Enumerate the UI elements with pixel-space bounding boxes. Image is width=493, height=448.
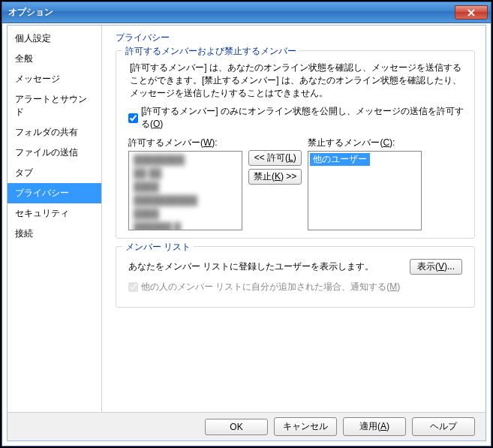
allow-list-column: 許可するメンバー(W): ██████████ ████████████████… [128, 137, 242, 230]
sidebar-item-label: メッセージ [15, 74, 60, 84]
page-title: プライバシー [116, 32, 475, 44]
titlebar[interactable]: オプション [2, 2, 491, 23]
sidebar-item-label: ファイルの送信 [15, 147, 78, 158]
sidebar-item-folder-share[interactable]: フォルダの共有 [8, 122, 101, 143]
dialog-body: 個人設定 全般 メッセージ アラートとサウンド フォルダの共有 ファイルの送信 … [8, 26, 485, 412]
member-description: あなたをメンバー リストに登録したユーザーを表示します。 [128, 260, 374, 273]
only-allow-checkbox[interactable] [128, 113, 138, 123]
only-allow-label: [許可するメンバー] のみにオンライン状態を公開し、メッセージの送信を許可する(… [141, 105, 467, 131]
allow-block-group: 許可するメンバーおよび禁止するメンバー [許可するメンバー] は、あなたのオンラ… [116, 50, 475, 239]
close-button[interactable] [455, 5, 488, 20]
sidebar-item-label: フォルダの共有 [15, 127, 78, 137]
allow-listbox[interactable]: ██████████ ██████████████████████████ █ [128, 151, 242, 230]
sidebar-item-label: セキュリティ [15, 208, 69, 218]
help-button[interactable]: ヘルプ [412, 417, 475, 436]
sidebar-item-label: プライバシー [15, 188, 69, 198]
cancel-button[interactable]: キャンセル [274, 417, 337, 436]
sidebar-item-file-send[interactable]: ファイルの送信 [8, 143, 101, 163]
sidebar-item-connection[interactable]: 接続 [8, 224, 101, 244]
allow-button[interactable]: << 許可(L) [248, 150, 302, 166]
block-list-item[interactable]: 他のユーザー [310, 153, 370, 166]
move-buttons: << 許可(L) 禁止(K) >> [248, 150, 302, 185]
sidebar-item-security[interactable]: セキュリティ [8, 203, 101, 224]
sidebar-item-privacy[interactable]: プライバシー [8, 183, 101, 203]
sidebar-item-general[interactable]: 全般 [8, 49, 101, 69]
block-list-label: 禁止するメンバー(C): [308, 137, 422, 149]
sidebar-item-label: アラートとサウンド [15, 94, 87, 117]
block-button[interactable]: 禁止(K) >> [248, 169, 302, 185]
sidebar-item-label: 接続 [15, 228, 33, 239]
apply-button[interactable]: 適用(A) [343, 417, 406, 436]
sidebar-item-label: タブ [15, 167, 33, 178]
group-description: [許可するメンバー] は、あなたのオンライン状態を確認し、メッセージを送信するこ… [130, 62, 467, 99]
member-show-row: あなたをメンバー リストに登録したユーザーを表示します。 表示(V)... [128, 259, 462, 275]
block-listbox[interactable]: 他のユーザー [308, 151, 422, 230]
dialog-footer: OK キャンセル 適用(A) ヘルプ [8, 412, 485, 440]
group-legend: 許可するメンバーおよび禁止するメンバー [122, 45, 299, 58]
sidebar-item-label: 全般 [15, 53, 33, 64]
group-legend: メンバー リスト [122, 241, 194, 254]
lists-row: 許可するメンバー(W): ██████████ ████████████████… [128, 137, 467, 230]
notify-checkbox [128, 282, 138, 292]
allow-list-items-blurred: ██████████ ██████████████████████████ █ [131, 153, 240, 230]
close-icon [467, 9, 476, 17]
content-pane: プライバシー 許可するメンバーおよび禁止するメンバー [許可するメンバー] は、… [102, 26, 485, 412]
ok-button[interactable]: OK [205, 419, 268, 435]
options-dialog: オプション 個人設定 全般 メッセージ アラートとサウンド フォルダの共有 ファ… [2, 2, 491, 446]
notify-row: 他の人のメンバー リストに自分が追加された場合、通知する(M) [128, 281, 467, 293]
allow-list-label: 許可するメンバー(W): [128, 137, 242, 149]
block-list-column: 禁止するメンバー(C): 他のユーザー [308, 137, 422, 230]
show-button[interactable]: 表示(V)... [410, 259, 462, 275]
sidebar-item-label: 個人設定 [15, 33, 51, 44]
client-area: 個人設定 全般 メッセージ アラートとサウンド フォルダの共有 ファイルの送信 … [7, 25, 486, 441]
member-list-group: メンバー リスト あなたをメンバー リストに登録したユーザーを表示します。 表示… [116, 246, 475, 308]
notify-label: 他の人のメンバー リストに自分が追加された場合、通知する(M) [141, 281, 400, 293]
sidebar-item-tabs[interactable]: タブ [8, 163, 101, 183]
category-sidebar: 個人設定 全般 メッセージ アラートとサウンド フォルダの共有 ファイルの送信 … [8, 26, 102, 412]
sidebar-item-message[interactable]: メッセージ [8, 69, 101, 89]
sidebar-item-alerts[interactable]: アラートとサウンド [8, 89, 101, 122]
only-allow-row[interactable]: [許可するメンバー] のみにオンライン状態を公開し、メッセージの送信を許可する(… [128, 105, 467, 131]
window-title: オプション [8, 6, 455, 19]
sidebar-item-personal[interactable]: 個人設定 [8, 29, 101, 49]
